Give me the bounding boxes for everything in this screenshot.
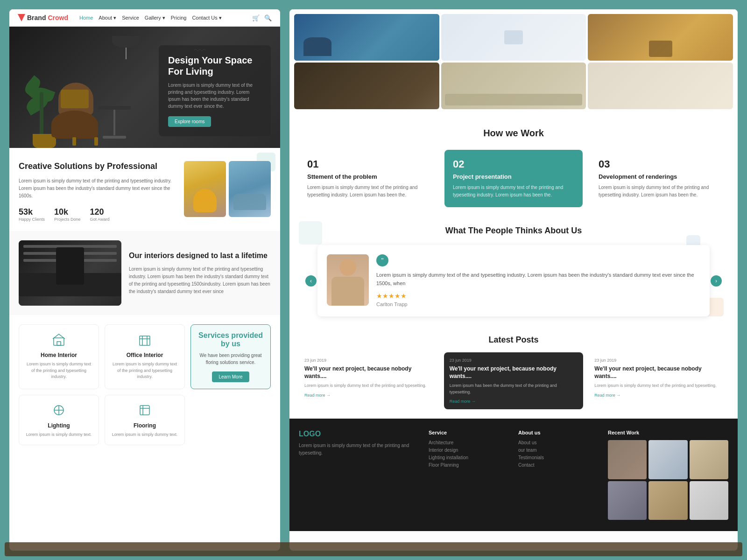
nav-gallery[interactable]: Gallery ▾ [145,15,165,21]
nav-home[interactable]: Home [79,15,93,21]
step-1: 01 Sttement of the problem Lorem ipsum i… [299,150,437,207]
cart-icon[interactable]: 🛒 [252,14,260,21]
chair-visual [193,189,217,212]
footer-link-team[interactable]: our team [518,448,599,453]
interior-section: Our interiors designed to last a lifetim… [9,231,280,315]
footer-recent-work-title: Recent Work [608,430,728,435]
island [56,247,84,285]
nav-about[interactable]: About ▾ [99,15,116,21]
how-we-work-title: How we Work [299,128,728,139]
hero-background: 〰〰〰 Design Your Space For Living Lorem i… [9,27,280,148]
carousel-next-button[interactable]: › [711,275,722,287]
nav-pricing[interactable]: Pricing [171,15,187,21]
nav-service[interactable]: Service [122,15,139,21]
post-1-read-more[interactable]: Read more → [304,393,433,398]
yellow-chair-image [184,161,226,217]
service-office-name: Office Interior [111,352,179,358]
svg-rect-1 [57,342,61,345]
light-living-image [441,63,586,109]
search-icon[interactable]: 🔍 [264,14,272,21]
interior-text: Our interiors designed to last a lifetim… [129,251,271,295]
creative-image-2 [229,161,271,217]
post-3-inner: 23 jun 2019 We'll your next project, bec… [589,352,728,403]
service-highlight-desc: We have been providing great floring sol… [197,352,265,366]
stat-awards: 120 Got Award [90,207,110,222]
service-4-icon [136,402,153,419]
carousel-prev-button[interactable]: ‹ [305,275,317,287]
service-item-4: Flooring Lorem ipsum is simply dummy tex… [105,395,185,445]
bright-room-image [588,63,733,109]
footer-recent-img-3 [690,440,728,479]
post-3-title: We'll your next project, because nobody … [594,365,723,380]
footer-link-floor[interactable]: Floor Planning [429,462,509,468]
step-2-num: 02 [453,158,574,170]
footer-link-contact[interactable]: Contact [518,462,599,468]
testimonial-text: Lorem ipsum is simply dummy text of the … [376,271,700,287]
sofa-image [229,161,271,217]
reviewer-avatar [327,254,369,306]
step-1-desc: Lorem ipsum is simply dummy text of the … [307,184,429,199]
interior-description: Lorem ipsum is simply dummy text of the … [129,266,271,295]
post-3-read-more[interactable]: Read more → [594,393,723,398]
service-highlight-title: Services provided by us [197,331,265,348]
post-1: 23 jun 2019 We'll your next project, bec… [299,352,438,409]
service-4-desc: Lorem ipsum is simply dummy text. [111,432,179,438]
step-1-title: Sttement of the problem [307,173,429,180]
post-3-date: 23 jun 2019 [594,358,723,363]
step-3: 03 Development of renderings Lorem ipsum… [590,150,728,207]
post-3: 23 jun 2019 We'll your next project, bec… [589,352,728,409]
footer-link-lighting[interactable]: Lighting installation [429,455,509,460]
services-grid: Home Interior Lorem ipsum is simply dumm… [19,324,271,445]
logo-icon [18,14,25,21]
testimonial-wrapper: ‹ " Lorem ipsum is simply dummy text of … [299,245,728,316]
stat-projects-label: Projects Done [54,217,81,222]
creative-description: Lorem ipsum is simply dummy text of the … [19,177,176,200]
nav-contact[interactable]: Contact Us ▾ [192,15,221,21]
footer-recent-img-4 [608,481,647,520]
hero-lamp [112,36,140,73]
creative-text: Creative Solutions by Professional Lorem… [19,161,176,222]
learn-more-button[interactable]: Learn More [212,371,249,382]
footer-link-interior[interactable]: Interior design [429,448,509,453]
home-interior-icon [50,331,67,348]
service-highlight-card: Services provided by us We have been pro… [190,324,271,389]
bedroom-image [294,14,439,61]
footer-service-title: Service [429,430,509,435]
hero-description: Lorem ipsum is simply dummy text of the … [168,82,261,110]
footer-recent-img-6 [690,481,728,520]
interior-title: Our interiors designed to last a lifetim… [129,251,271,261]
gallery-item-2 [441,14,586,61]
hero-content-box: Design Your Space For Living Lorem ipsum… [159,45,271,136]
footer-link-testimonials[interactable]: Testimonials [518,455,599,460]
chair-silhouette [303,37,331,56]
service-item-3: Lighting Lorem ipsum is simply dummy tex… [19,395,99,445]
svg-rect-2 [140,336,150,345]
explore-rooms-button[interactable]: Explore rooms [168,116,211,127]
step-3-title: Development of renderings [599,173,720,180]
stat-awards-label: Got Award [90,217,110,222]
service-3-icon [50,402,67,419]
footer-about-col: About us About us our team Testimonials … [518,430,599,520]
post-1-desc: Lorem ipsum is simply dummy text of the … [304,383,433,389]
gallery-item-6 [588,63,733,109]
hero-section: 〰〰〰 Design Your Space For Living Lorem i… [9,27,280,148]
posts-grid: 23 jun 2019 We'll your next project, bec… [299,352,728,409]
logo-crowd: Crowd [48,14,68,21]
hero-title: Design Your Space For Living [168,55,261,77]
post-2-inner: 23 jun 2019 We'll your next project, bec… [444,352,584,409]
creative-inner: Creative Solutions by Professional Lorem… [19,161,271,222]
creative-image-1 [184,161,226,217]
footer-link-about[interactable]: About us [518,440,599,445]
gallery-section [289,9,738,114]
post-2-read-more[interactable]: Read more → [450,399,578,404]
footer-link-architecture[interactable]: Architecture [429,440,509,445]
service-4-name: Flooring [111,422,179,429]
left-panel: BrandCrowd Home About ▾ Service Gallery … [9,9,280,551]
stat-happy-clients-num: 53k [19,207,45,217]
chair-legs [49,136,100,146]
step-3-num: 03 [599,158,720,170]
lamp-cord [126,48,127,59]
gallery-item-4 [294,63,439,109]
footer-recent-img-2 [648,440,687,479]
stat-happy-clients: 53k Happy Clients [19,207,45,222]
